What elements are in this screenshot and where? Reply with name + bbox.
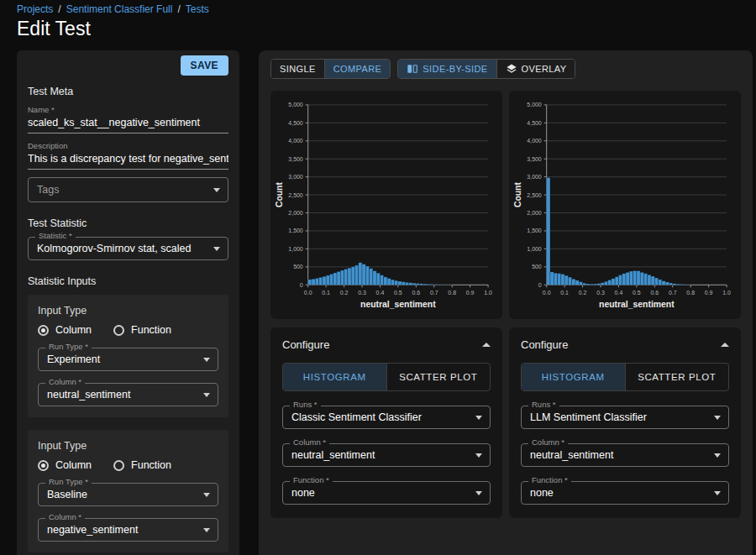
svg-text:2,500: 2,500 <box>527 192 542 198</box>
run-type-value: Experiment <box>47 353 100 365</box>
column-label: Column * <box>45 378 85 386</box>
svg-text:0.1: 0.1 <box>560 290 569 296</box>
svg-text:0.8: 0.8 <box>686 290 695 296</box>
top-header: Projects / Sentiment Classfier Full / Te… <box>0 0 756 40</box>
name-field[interactable]: scaled_ks_stat__negative_sentiment <box>28 117 228 134</box>
svg-text:0.3: 0.3 <box>358 290 366 296</box>
svg-text:2,500: 2,500 <box>288 192 303 198</box>
layout-mode-group: SIDE-BY-SIDE OVERLAY <box>397 59 575 79</box>
breadcrumb-separator: / <box>58 3 60 15</box>
configure-header[interactable]: Configure <box>282 338 491 351</box>
tags-select[interactable]: Tags <box>28 177 228 202</box>
breadcrumb-tests[interactable]: Tests <box>186 3 209 15</box>
side-by-side-button[interactable]: SIDE-BY-SIDE <box>398 60 496 78</box>
column-value: neutral_sentiment <box>47 389 130 401</box>
input-type-label: Input Type <box>38 305 218 317</box>
runs-select[interactable]: Runs * Classic Sentiment Classifier <box>282 406 491 429</box>
configure-panel-right: Configure HISTOGRAM SCATTER PLOT Runs * … <box>509 327 741 518</box>
page-title: Edit Test <box>17 18 739 40</box>
svg-text:2,000: 2,000 <box>288 210 303 216</box>
function-select[interactable]: Function * none <box>521 481 729 505</box>
svg-text:5,000: 5,000 <box>527 102 542 107</box>
svg-text:3,000: 3,000 <box>288 174 303 180</box>
chevron-down-icon <box>203 493 210 497</box>
runs-label: Runs * <box>528 401 559 409</box>
save-button[interactable]: SAVE <box>181 55 228 76</box>
histogram-chart-left: 05001,0001,5002,0002,5003,0003,5004,0004… <box>273 93 500 317</box>
collapse-caret-icon[interactable] <box>482 343 491 347</box>
chart-card-left: 05001,0001,5002,0002,5003,0003,5004,0004… <box>270 91 502 319</box>
chevron-down-icon <box>475 491 482 495</box>
runs-select[interactable]: Runs * LLM Sentiment Classifier <box>521 406 729 429</box>
runs-label: Runs * <box>290 401 321 409</box>
runs-value: LLM Sentiment Classifier <box>530 411 647 423</box>
svg-text:neutral_sentiment: neutral_sentiment <box>360 300 436 309</box>
description-label: Description <box>28 141 228 150</box>
svg-text:0: 0 <box>300 282 303 288</box>
column-select[interactable]: Column * neutral_sentiment <box>282 443 491 467</box>
configure-title: Configure <box>282 338 329 351</box>
collapse-caret-icon[interactable] <box>721 343 729 347</box>
radio-column-label: Column <box>55 459 92 471</box>
description-field[interactable]: This is a discrepancy test for negative_… <box>28 153 228 170</box>
radio-function[interactable]: Function <box>113 459 171 471</box>
compare-view-label: COMPARE <box>333 64 382 74</box>
svg-text:3,000: 3,000 <box>527 174 542 180</box>
test-meta-heading: Test Meta <box>28 86 228 97</box>
overlay-button[interactable]: OVERLAY <box>496 60 575 78</box>
side-by-side-icon <box>407 63 418 75</box>
histogram-chart-right: 05001,0001,5002,0002,5003,0003,5004,0004… <box>512 93 738 317</box>
tab-scatter-plot[interactable]: SCATTER PLOT <box>386 364 491 390</box>
svg-text:0.5: 0.5 <box>633 290 641 296</box>
svg-text:1,500: 1,500 <box>527 228 542 233</box>
chevron-down-icon <box>213 188 220 192</box>
statistic-value: Kolmogorov-Smirnov stat, scaled <box>37 243 191 254</box>
radio-column-label: Column <box>55 324 92 336</box>
chevron-down-icon <box>203 528 210 532</box>
breadcrumb-separator: / <box>177 3 180 15</box>
column-label: Column * <box>528 438 568 447</box>
run-type-select[interactable]: Run Type * Experiment <box>38 348 218 371</box>
function-label: Function * <box>290 476 333 484</box>
radio-function-label: Function <box>131 459 171 471</box>
chevron-down-icon <box>475 453 482 458</box>
radio-column[interactable]: Column <box>38 459 92 471</box>
svg-text:0.3: 0.3 <box>596 290 605 296</box>
svg-text:0.7: 0.7 <box>669 290 677 296</box>
configure-panel-left: Configure HISTOGRAM SCATTER PLOT Runs * … <box>270 327 502 518</box>
svg-text:1,000: 1,000 <box>527 246 542 252</box>
column-value: negative_sentiment <box>47 524 138 536</box>
svg-text:4,500: 4,500 <box>288 120 303 126</box>
run-type-select[interactable]: Run Type * Baseline <box>38 483 218 506</box>
radio-column[interactable]: Column <box>38 324 92 336</box>
svg-text:0.9: 0.9 <box>705 290 713 296</box>
function-select[interactable]: Function * none <box>282 481 491 505</box>
test-statistic-heading: Test Statistic <box>28 217 228 229</box>
configure-title: Configure <box>521 338 568 351</box>
tags-placeholder: Tags <box>37 184 59 196</box>
configure-header[interactable]: Configure <box>521 338 729 351</box>
radio-icon <box>113 325 124 336</box>
compare-view-button[interactable]: COMPARE <box>324 60 391 78</box>
svg-text:0.4: 0.4 <box>376 290 385 296</box>
column-select[interactable]: Column * negative_sentiment <box>38 518 218 542</box>
runs-value: Classic Sentiment Classifier <box>291 411 422 423</box>
tab-histogram[interactable]: HISTOGRAM <box>283 364 386 390</box>
single-view-button[interactable]: SINGLE <box>271 60 324 78</box>
svg-text:0.6: 0.6 <box>651 290 659 296</box>
column-label: Column * <box>45 513 85 521</box>
breadcrumb-project-name[interactable]: Sentiment Classfier Full <box>66 3 173 15</box>
breadcrumb-projects[interactable]: Projects <box>17 3 53 15</box>
radio-function[interactable]: Function <box>113 324 171 336</box>
tab-histogram[interactable]: HISTOGRAM <box>522 364 625 390</box>
svg-text:2,000: 2,000 <box>527 210 542 216</box>
statistic-select[interactable]: Statistic * Kolmogorov-Smirnov stat, sca… <box>28 237 228 260</box>
svg-text:1.0: 1.0 <box>722 290 731 296</box>
name-label: Name * <box>28 105 228 114</box>
svg-text:4,500: 4,500 <box>527 120 542 126</box>
side-by-side-label: SIDE-BY-SIDE <box>423 64 487 74</box>
column-select[interactable]: Column * neutral_sentiment <box>521 443 729 467</box>
tab-scatter-plot[interactable]: SCATTER PLOT <box>625 364 729 390</box>
column-select[interactable]: Column * neutral_sentiment <box>38 383 218 406</box>
svg-text:4,000: 4,000 <box>527 138 542 144</box>
